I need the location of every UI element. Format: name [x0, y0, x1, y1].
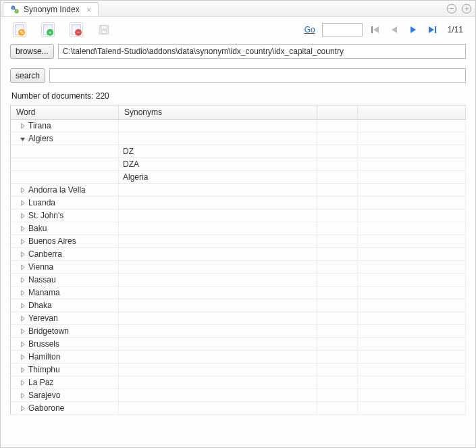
table-row[interactable]: Vienna [11, 261, 466, 274]
table-row[interactable]: St. John's [11, 209, 466, 222]
svg-marker-16 [21, 213, 24, 218]
svg-marker-23 [21, 303, 24, 307]
word-cell: Manama [28, 288, 60, 297]
tab-synonym-index[interactable]: Synonym Index × [3, 2, 99, 16]
table-row[interactable]: Tirana [11, 120, 466, 132]
table-row[interactable]: Thimphu [11, 364, 466, 376]
go-last-button[interactable] [426, 24, 438, 36]
document-count-label: Number of documents: [11, 91, 93, 101]
svg-marker-25 [21, 328, 24, 333]
chevron-right-icon[interactable] [19, 379, 26, 386]
svg-marker-24 [21, 316, 24, 320]
chevron-right-icon[interactable] [19, 276, 26, 283]
chevron-right-icon[interactable] [19, 366, 26, 373]
minimize-icon[interactable]: − [447, 4, 456, 14]
chevron-right-icon[interactable] [19, 302, 26, 309]
page-indicator: 1/11 [445, 25, 466, 34]
synonym-table[interactable]: Word Synonyms TiranaAlgiersDZDZAAlgeriaA… [10, 105, 466, 415]
chevron-right-icon[interactable] [19, 264, 26, 270]
svg-marker-26 [21, 341, 24, 346]
go-next-button[interactable] [407, 24, 419, 36]
table-row[interactable]: Dhaka [11, 299, 466, 312]
path-input[interactable] [58, 44, 466, 59]
chevron-right-icon[interactable] [19, 225, 26, 232]
svg-marker-7 [373, 26, 379, 33]
table-row[interactable]: Algeria [11, 171, 466, 184]
table-row[interactable]: Bridgetown [11, 325, 466, 338]
col-extra-1[interactable] [317, 105, 358, 120]
go-link[interactable]: Go [305, 25, 315, 34]
chevron-right-icon[interactable] [19, 289, 26, 296]
table-row[interactable]: La Paz [11, 376, 466, 389]
save-button[interactable] [98, 24, 110, 36]
table-row[interactable]: Brussels [11, 338, 466, 351]
chevron-right-icon[interactable] [19, 238, 26, 245]
chevron-right-icon[interactable] [19, 328, 26, 334]
svg-marker-15 [21, 200, 24, 205]
chevron-right-icon[interactable] [19, 122, 26, 129]
chevron-right-icon[interactable] [19, 186, 26, 193]
index-icon [10, 5, 20, 14]
svg-marker-21 [21, 277, 24, 282]
browse-row: browse... [1, 41, 475, 61]
table-row[interactable]: DZ [11, 145, 466, 158]
word-cell: Brussels [28, 339, 59, 349]
svg-marker-19 [21, 251, 24, 256]
chevron-right-icon[interactable] [19, 212, 26, 219]
table-row[interactable]: Yerevan [11, 312, 466, 325]
word-cell: Hamilton [28, 352, 60, 362]
go-prev-button[interactable] [388, 24, 400, 36]
delete-document-button[interactable]: − [70, 22, 83, 37]
col-synonyms[interactable]: Synonyms [119, 105, 317, 120]
search-input[interactable] [49, 68, 466, 83]
svg-marker-28 [21, 367, 24, 372]
chevron-right-icon[interactable] [19, 315, 26, 322]
svg-marker-18 [21, 239, 24, 243]
table-row[interactable]: Nassau [11, 274, 466, 287]
table-row[interactable]: Manama [11, 287, 466, 299]
svg-marker-8 [392, 26, 397, 33]
synonym-cell: DZ [123, 147, 134, 156]
chevron-right-icon[interactable] [19, 199, 26, 206]
chevron-right-icon[interactable] [19, 341, 26, 347]
table-row[interactable]: Buenos Aires [11, 235, 466, 248]
tab-close-icon[interactable]: × [86, 5, 92, 14]
table-row[interactable]: Algiers [11, 132, 466, 145]
svg-marker-17 [21, 226, 24, 230]
svg-marker-27 [21, 354, 24, 359]
table-container: Word Synonyms TiranaAlgiersDZDZAAlgeriaA… [1, 105, 475, 447]
table-row[interactable]: DZA [11, 158, 466, 171]
browse-button[interactable]: browse... [10, 44, 54, 59]
svg-rect-5 [102, 30, 107, 34]
col-extra-2[interactable] [358, 105, 466, 120]
synonym-cell: Algeria [123, 172, 148, 182]
search-button[interactable]: search [10, 68, 45, 83]
chevron-right-icon[interactable] [19, 405, 26, 412]
chevron-right-icon[interactable] [19, 353, 26, 360]
table-row[interactable]: Gaborone [11, 402, 466, 415]
word-cell: Thimphu [28, 365, 60, 374]
svg-marker-31 [21, 405, 24, 410]
table-row[interactable]: Luanda [11, 197, 466, 209]
table-row[interactable]: Andorra la Vella [11, 184, 466, 197]
chevron-down-icon[interactable] [19, 135, 26, 142]
svg-marker-12 [21, 123, 24, 128]
chevron-right-icon[interactable] [19, 251, 26, 257]
table-row[interactable]: Canberra [11, 248, 466, 261]
word-cell: Bridgetown [28, 326, 69, 336]
table-row[interactable]: Sarajevo [11, 389, 466, 402]
word-cell: Andorra la Vella [28, 185, 86, 195]
add-document-button[interactable]: + [41, 22, 55, 37]
table-row[interactable]: Baku [11, 222, 466, 235]
svg-marker-29 [21, 380, 24, 384]
table-row[interactable]: Hamilton [11, 351, 466, 364]
col-word[interactable]: Word [11, 105, 119, 120]
chevron-right-icon[interactable] [19, 392, 26, 399]
edit-document-button[interactable]: ✎ [13, 22, 26, 37]
go-first-button[interactable] [369, 24, 381, 36]
go-input[interactable] [322, 23, 363, 36]
tab-title: Synonym Index [24, 5, 80, 14]
svg-marker-30 [21, 393, 24, 397]
document-count-value: 220 [96, 91, 109, 101]
maximize-icon[interactable]: ＋ [462, 4, 471, 14]
